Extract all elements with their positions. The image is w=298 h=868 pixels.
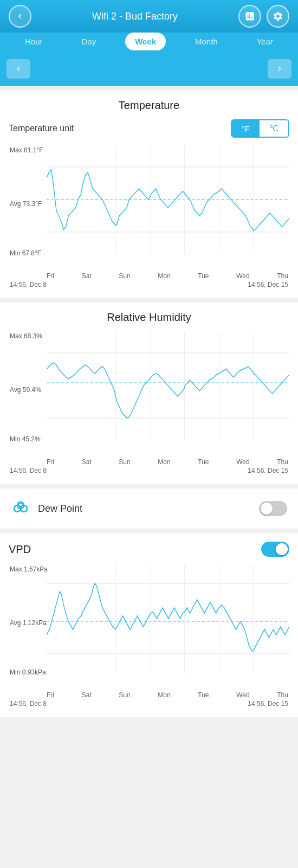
prev-button[interactable] (7, 59, 30, 79)
vpd-day-sat: Sat (82, 691, 92, 699)
hum-day-wed: Wed (236, 458, 249, 466)
dew-point-icon (11, 497, 30, 520)
vpd-section: VPD Max 1.67kPa Avg 1.12kPa Min 0.93kPa … (0, 533, 298, 717)
vpd-avg-label: Avg 1.12kPa (10, 619, 47, 627)
unit-label: Temperature unit (9, 124, 74, 133)
temp-time-end: 14:56, Dec 15 (248, 281, 288, 288)
tab-hour[interactable]: Hour (15, 33, 53, 50)
vpd-time-end: 14:56, Dec 15 (248, 700, 288, 708)
tab-year[interactable]: Year (247, 33, 283, 50)
hum-day-sun: Sun (119, 458, 130, 466)
settings-button[interactable] (267, 5, 289, 28)
vpd-chart-container: Max 1.67kPa Avg 1.12kPa Min 0.93kPa (9, 564, 289, 689)
temp-avg-label: Avg 73.3°F (10, 200, 42, 208)
humidity-title: Relative Humidity (9, 311, 289, 324)
hum-min-label: Min 45.2% (10, 435, 41, 443)
hum-time-row: 14:56, Dec 8 14:56, Dec 15 (9, 466, 289, 475)
chart-button[interactable] (238, 5, 261, 28)
temperature-title: Temperature (9, 99, 289, 112)
tab-bar: Hour Day Week Month Year (0, 33, 298, 56)
hum-day-tue: Tue (198, 458, 209, 466)
day-sat: Sat (82, 272, 92, 280)
temperature-section: Temperature Temperature unit °F ℃ Max 81… (0, 91, 298, 298)
unit-toggle: °F ℃ (231, 119, 289, 138)
humidity-section: Relative Humidity Max 68.3% Avg 59.4% Mi… (0, 303, 298, 484)
day-mon: Mon (158, 272, 170, 280)
dew-point-toggle[interactable] (259, 501, 287, 516)
hum-time-start: 14:56, Dec 8 (10, 467, 47, 474)
day-wed: Wed (236, 272, 249, 280)
dew-point-title: Dew Point (38, 503, 251, 515)
header-actions (238, 5, 289, 28)
vpd-day-tue: Tue (198, 691, 209, 699)
vpd-day-mon: Mon (158, 691, 170, 699)
temp-max-label: Max 81.1°F (10, 146, 43, 154)
toggle-knob (261, 503, 273, 515)
next-button[interactable] (268, 59, 291, 79)
unit-f-button[interactable]: °F (232, 120, 260, 137)
tab-week[interactable]: Week (125, 33, 166, 50)
vpd-day-wed: Wed (236, 691, 249, 699)
vpd-time-start: 14:56, Dec 8 (10, 700, 47, 708)
page-title: Wifi 2 - Bud Factory (92, 11, 178, 22)
vpd-time-row: 14:56, Dec 8 14:56, Dec 15 (9, 699, 289, 709)
humidity-chart (47, 331, 289, 440)
day-tue: Tue (198, 272, 209, 280)
unit-c-button[interactable]: ℃ (260, 120, 288, 137)
vpd-day-sun: Sun (119, 691, 130, 699)
day-sun: Sun (119, 272, 130, 280)
temp-day-labels: Fri Sat Sun Mon Tue Wed Thu (9, 270, 289, 280)
back-button[interactable] (9, 5, 31, 28)
hum-day-labels: Fri Sat Sun Mon Tue Wed Thu (9, 456, 289, 466)
vpd-day-labels: Fri Sat Sun Mon Tue Wed Thu (9, 689, 289, 699)
humidity-chart-container: Max 68.3% Avg 59.4% Min 45.2% (9, 331, 289, 456)
hum-day-sat: Sat (82, 458, 92, 466)
day-thu: Thu (277, 272, 288, 280)
temperature-chart (47, 145, 289, 254)
app-header: Wifi 2 - Bud Factory (0, 0, 298, 33)
tab-day[interactable]: Day (72, 33, 106, 50)
temperature-chart-container: Max 81.1°F Avg 73.3°F Min 67.8°F (9, 145, 289, 270)
vpd-toggle[interactable] (261, 542, 289, 557)
vpd-min-label: Min 0.93kPa (10, 668, 46, 676)
vpd-day-fri: Fri (47, 691, 54, 699)
hum-avg-label: Avg 59.4% (10, 386, 41, 394)
vpd-max-label: Max 1.67kPa (10, 565, 48, 573)
tab-month[interactable]: Month (185, 33, 228, 50)
temp-time-start: 14:56, Dec 8 (10, 281, 47, 288)
hum-time-end: 14:56, Dec 15 (248, 467, 288, 474)
day-fri: Fri (47, 272, 54, 280)
vpd-toggle-knob (276, 543, 288, 555)
hum-day-mon: Mon (158, 458, 170, 466)
hum-day-thu: Thu (277, 458, 288, 466)
vpd-day-thu: Thu (277, 691, 288, 699)
hum-max-label: Max 68.3% (10, 332, 42, 340)
vpd-chart (47, 564, 289, 673)
dew-point-section: Dew Point (0, 488, 298, 529)
unit-row: Temperature unit °F ℃ (9, 119, 289, 138)
vpd-title: VPD (9, 543, 31, 556)
navigation-row (0, 56, 298, 86)
hum-day-fri: Fri (47, 458, 54, 466)
temp-min-label: Min 67.8°F (10, 249, 41, 257)
temp-time-row: 14:56, Dec 8 14:56, Dec 15 (9, 280, 289, 290)
vpd-header: VPD (9, 542, 289, 557)
